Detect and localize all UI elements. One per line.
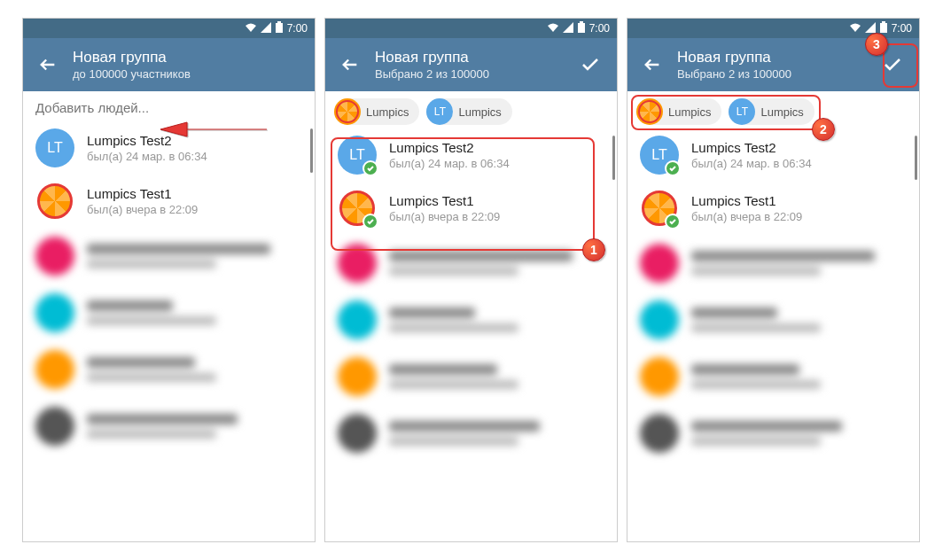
status-bar: 7:00 xyxy=(627,19,919,38)
orange-icon xyxy=(638,100,661,123)
blurred-contact xyxy=(23,228,315,284)
contact-info: Lumpics Test2 был(а) 24 мар. в 06:34 xyxy=(87,133,302,163)
svg-rect-0 xyxy=(276,23,283,33)
svg-rect-2 xyxy=(578,23,585,33)
contact-name: Lumpics Test1 xyxy=(691,193,907,208)
back-button[interactable] xyxy=(32,49,64,81)
scroll-indicator[interactable] xyxy=(310,128,313,173)
status-time: 7:00 xyxy=(589,22,610,35)
done-button[interactable] xyxy=(573,47,608,82)
contact-status: был(а) вчера в 22:09 xyxy=(691,210,907,223)
status-bar: 7:00 xyxy=(325,19,617,38)
contact-list: LT Lumpics Test2 был(а) 24 мар. в 06:34 … xyxy=(627,128,919,541)
page-title: Новая группа xyxy=(677,49,875,66)
phone-screen-3: 7:00 Новая группа Выбрано 2 из 100000 Lu… xyxy=(627,18,920,542)
contact-name: Lumpics Test1 xyxy=(389,193,604,208)
signal-icon xyxy=(261,22,271,35)
chip-label: Lumpics xyxy=(458,105,501,119)
chip-avatar: LT xyxy=(729,98,755,125)
battery-icon xyxy=(275,21,284,36)
contact-item[interactable]: LT Lumpics Test2 был(а) 24 мар. в 06:34 xyxy=(23,121,315,175)
signal-icon xyxy=(563,22,573,35)
signal-icon xyxy=(865,22,876,35)
status-bar: 7:00 xyxy=(23,19,315,38)
contact-info: Lumpics Test1 был(а) вчера в 22:09 xyxy=(389,193,604,223)
battery-icon xyxy=(879,21,888,36)
search-row xyxy=(23,91,315,121)
contact-item[interactable]: Lumpics Test1 был(а) вчера в 22:09 xyxy=(23,175,315,228)
battery-icon xyxy=(577,21,586,36)
status-time: 7:00 xyxy=(892,22,912,35)
contact-item[interactable]: LT Lumpics Test2 был(а) 24 мар. в 06:34 xyxy=(627,128,919,182)
page-title: Новая группа xyxy=(375,49,573,66)
contact-list: LT Lumpics Test2 был(а) 24 мар. в 06:34 … xyxy=(325,128,617,541)
page-subtitle: Выбрано 2 из 100000 xyxy=(677,67,875,81)
chip-label: Lumpics xyxy=(668,105,711,119)
contact-info: Lumpics Test1 был(а) вчера в 22:09 xyxy=(87,186,302,216)
scroll-indicator[interactable] xyxy=(612,136,615,180)
contact-info: Lumpics Test1 был(а) вчера в 22:09 xyxy=(691,193,907,223)
contact-item[interactable]: LT Lumpics Test2 был(а) 24 мар. в 06:34 xyxy=(325,128,617,182)
search-input[interactable] xyxy=(35,100,302,115)
blurred-contact xyxy=(325,235,617,292)
blurred-contact xyxy=(627,348,919,405)
chip-label: Lumpics xyxy=(760,105,803,119)
chip-avatar xyxy=(636,98,663,125)
avatar xyxy=(338,189,377,228)
contact-status: был(а) 24 мар. в 06:34 xyxy=(389,157,604,170)
selected-chips-row: Lumpics LT Lumpics xyxy=(325,91,617,128)
selected-check-icon xyxy=(665,160,681,176)
back-button[interactable] xyxy=(636,49,668,81)
wifi-icon xyxy=(245,22,257,35)
header-text: Новая группа Выбрано 2 из 100000 xyxy=(668,49,875,81)
selected-chip[interactable]: LT Lumpics xyxy=(426,98,511,125)
phone-screen-2: 7:00 Новая группа Выбрано 2 из 100000 Lu… xyxy=(324,18,618,542)
orange-icon xyxy=(37,183,73,219)
contact-status: был(а) 24 мар. в 06:34 xyxy=(87,150,302,163)
back-button[interactable] xyxy=(334,49,366,81)
avatar: LT xyxy=(338,136,377,175)
contact-item[interactable]: Lumpics Test1 был(а) вчера в 22:09 xyxy=(325,182,617,235)
page-title: Новая группа xyxy=(73,49,306,66)
contact-list: LT Lumpics Test2 был(а) 24 мар. в 06:34 … xyxy=(23,121,315,541)
selected-chip[interactable]: Lumpics xyxy=(636,98,721,125)
contact-item[interactable]: Lumpics Test1 был(а) вчера в 22:09 xyxy=(627,182,919,235)
avatar xyxy=(640,189,679,228)
svg-rect-4 xyxy=(880,23,887,33)
page-subtitle: Выбрано 2 из 100000 xyxy=(375,67,573,81)
selected-check-icon xyxy=(362,160,378,176)
page-subtitle: до 100000 участников xyxy=(73,67,306,81)
header: Новая группа Выбрано 2 из 100000 xyxy=(627,38,919,91)
contact-info: Lumpics Test2 был(а) 24 мар. в 06:34 xyxy=(389,140,604,170)
blurred-contact xyxy=(325,348,617,405)
selected-chip[interactable]: LT Lumpics xyxy=(729,98,814,125)
done-button[interactable] xyxy=(875,47,910,82)
blurred-contact xyxy=(627,235,919,292)
contact-status: был(а) вчера в 22:09 xyxy=(389,210,604,223)
header: Новая группа Выбрано 2 из 100000 xyxy=(325,38,617,91)
header-text: Новая группа до 100000 участников xyxy=(64,49,306,81)
avatar xyxy=(35,182,74,221)
contact-name: Lumpics Test1 xyxy=(87,186,302,201)
blurred-contact xyxy=(627,292,919,348)
svg-rect-3 xyxy=(580,21,583,23)
selected-chips-row: Lumpics LT Lumpics xyxy=(627,91,919,128)
wifi-icon xyxy=(547,22,559,35)
selected-check-icon xyxy=(362,214,378,229)
svg-rect-1 xyxy=(277,21,281,23)
scroll-indicator[interactable] xyxy=(915,136,917,180)
status-time: 7:00 xyxy=(287,22,308,35)
blurred-contact xyxy=(325,405,617,462)
chip-avatar: LT xyxy=(426,98,453,125)
chip-label: Lumpics xyxy=(366,105,409,119)
blurred-contact xyxy=(23,284,315,341)
contact-name: Lumpics Test2 xyxy=(87,133,302,148)
phone-screen-1: 7:00 Новая группа до 100000 участников L… xyxy=(22,18,316,542)
contact-name: Lumpics Test2 xyxy=(389,140,604,155)
header: Новая группа до 100000 участников xyxy=(23,38,315,91)
selected-chip[interactable]: Lumpics xyxy=(334,98,419,125)
blurred-contact xyxy=(23,341,315,398)
blurred-contact xyxy=(23,398,315,455)
contact-name: Lumpics Test2 xyxy=(691,140,907,155)
wifi-icon xyxy=(849,22,861,35)
